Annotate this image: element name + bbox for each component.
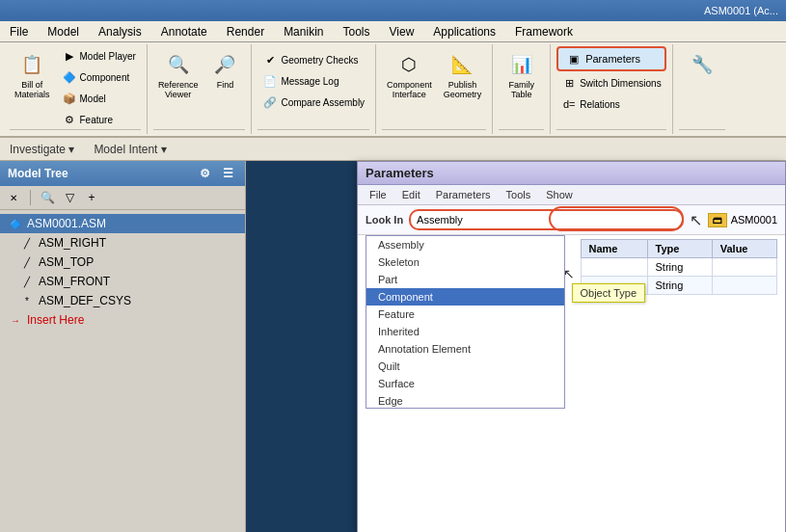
model-tree-settings-button[interactable]: ⚙ [195,164,214,183]
asm-front-icon: ╱ [19,274,35,289]
component-button[interactable]: 🔷 Component [57,67,141,87]
tree-add-button[interactable]: + [82,188,101,207]
compare-assembly-button[interactable]: 🔗 Compare Assembly [257,93,369,112]
main-layout: Model Tree ⚙ ☰ ✕ 🔍 ▽ + 🔷 ASM0001.ASM ╱ A… [0,161,786,532]
menu-annotate[interactable]: Annotate [151,23,217,40]
menu-render[interactable]: Render [217,23,274,40]
tree-item-asm0001[interactable]: 🔷 ASM0001.ASM [0,214,245,233]
model-icon: 📦 [62,91,77,106]
col-value: Value [712,240,776,258]
menu-applications[interactable]: Applications [423,23,505,40]
dropdown-component[interactable]: Component [366,288,564,306]
tree-item-insert-here[interactable]: → Insert Here [0,310,245,330]
relations-button[interactable]: d= Relations [556,94,665,114]
ribbon-buttons-component: ⬡ ComponentInterface 📐 PublishGeometry [382,46,486,129]
reference-viewer-button[interactable]: 🔍 ReferenceViewer [153,46,203,102]
component-interface-button[interactable]: ⬡ ComponentInterface [382,46,437,102]
row1-type: String [647,258,712,277]
menu-view[interactable]: View [380,23,424,40]
switch-dimensions-icon: ⊞ [561,75,577,91]
menu-model[interactable]: Model [38,23,89,40]
feature-icon: ⚙ [62,112,77,127]
ribbon-buttons-family: 📊 FamilyTable [501,46,542,129]
reference-viewer-icon: 🔍 [163,49,194,80]
family-table-button[interactable]: 📊 FamilyTable [501,46,542,102]
model-tree-header: Model Tree ⚙ ☰ [0,161,245,186]
publish-geometry-button[interactable]: 📐 PublishGeometry [439,46,487,102]
publish-geometry-icon: 📐 [447,49,477,80]
params-menu-parameters[interactable]: Parameters [428,187,499,202]
model-intent-toolbar[interactable]: Model Intent ▾ [94,143,166,156]
find-label: Find [217,80,234,90]
tree-item-asm-top[interactable]: ╱ ASM_TOP [0,253,245,272]
dropdown-surface[interactable]: Surface [366,375,564,392]
ribbon-group-family: 📊 FamilyTable [493,44,551,134]
tree-content: 🔷 ASM0001.ASM ╱ ASM_RIGHT ╱ ASM_TOP ╱ AS… [0,210,245,532]
ribbon: 📋 Bill ofMaterials ▶ Model Player 🔷 Comp… [0,42,786,138]
menu-analysis[interactable]: Analysis [89,23,151,40]
tree-item-asm-front-label: ASM_FRONT [39,275,110,288]
geometry-checks-button[interactable]: ✔ Geometry Checks [257,50,369,69]
tree-item-asm-csys-label: ASM_DEF_CSYS [39,294,131,307]
object-type-tooltip: Object Type [572,283,646,303]
feature-button[interactable]: ⚙ Feature [57,110,141,129]
tree-filter-button[interactable]: ▽ [60,188,79,207]
ref-group-label [153,129,246,132]
menu-manikin[interactable]: Manikin [274,23,333,40]
model-tree-title: Model Tree [8,167,68,180]
parameters-icon: ▣ [566,51,582,66]
dropdown-assembly[interactable]: Assembly [366,236,564,253]
object-type-text: Object Type [581,287,637,299]
message-log-label: Message Log [281,76,339,87]
dropdown-edge[interactable]: Edge [366,392,564,409]
investigate-toolbar[interactable]: Investigate ▾ [10,143,74,156]
menu-framework[interactable]: Framework [505,23,583,40]
tree-item-insert-here-label: Insert Here [27,313,84,327]
menu-tools[interactable]: Tools [333,23,379,40]
ribbon-group-misc: 🔧 [673,44,731,134]
find-button[interactable]: 🔎 Find [204,46,245,93]
parameters-button[interactable]: ▣ Parameters [556,46,665,71]
params-table-area: Name Type Value String [573,235,786,409]
ribbon-group-investigate: 📋 Bill ofMaterials ▶ Model Player 🔷 Comp… [4,44,148,134]
tree-item-asm-front[interactable]: ╱ ASM_FRONT [0,272,245,291]
compare-assembly-label: Compare Assembly [281,97,365,108]
asm-csys-icon: * [19,293,35,308]
menu-file[interactable]: File [0,23,38,40]
dropdown-list: Assembly Skeleton Part Component Feature… [366,235,565,409]
dropdown-part[interactable]: Part [366,271,564,288]
component-label: Component [80,72,130,83]
investigate-group-label [10,129,141,132]
misc-button[interactable]: 🔧 [682,46,722,83]
message-log-button[interactable]: 📄 Message Log [257,71,369,91]
tree-search-button[interactable]: 🔍 [38,188,57,207]
params-menu-show[interactable]: Show [538,187,581,202]
params-menu-file[interactable]: File [362,187,394,202]
dropdown-area: Assembly Skeleton Part Component Feature… [358,235,785,409]
bill-of-materials-label: Bill ofMaterials [14,80,50,99]
look-in-select[interactable]: Assembly [409,209,684,230]
tree-close-button[interactable]: ✕ [4,188,23,207]
dropdown-skeleton[interactable]: Skeleton [366,253,564,271]
params-group-label [556,129,665,132]
col-type: Type [647,240,712,258]
row2-type: String [647,277,712,295]
ribbon-buttons-investigate: 📋 Bill ofMaterials ▶ Model Player 🔷 Comp… [10,46,141,129]
params-menu-tools[interactable]: Tools [499,187,539,202]
model-tree-columns-button[interactable]: ☰ [218,164,237,183]
dropdown-annotation[interactable]: Annotation Element [366,340,564,358]
params-menu-edit[interactable]: Edit [394,187,428,202]
switch-dimensions-button[interactable]: ⊞ Switch Dimensions [556,73,665,93]
ribbon-group-component: ⬡ ComponentInterface 📐 PublishGeometry [376,44,493,134]
bill-of-materials-button[interactable]: 📋 Bill ofMaterials [10,46,55,102]
model-player-button[interactable]: ▶ Model Player [57,46,141,66]
tree-item-asm-def-csys[interactable]: * ASM_DEF_CSYS [0,291,245,310]
publish-geometry-label: PublishGeometry [444,80,482,99]
model-button[interactable]: 📦 Model [57,89,141,108]
dropdown-quilt[interactable]: Quilt [366,358,564,375]
family-table-label: FamilyTable [508,80,534,99]
family-group-label [499,129,544,132]
dropdown-inherited[interactable]: Inherited [366,323,564,340]
dropdown-feature[interactable]: Feature [366,306,564,323]
tree-item-asm-right[interactable]: ╱ ASM_RIGHT [0,233,245,253]
